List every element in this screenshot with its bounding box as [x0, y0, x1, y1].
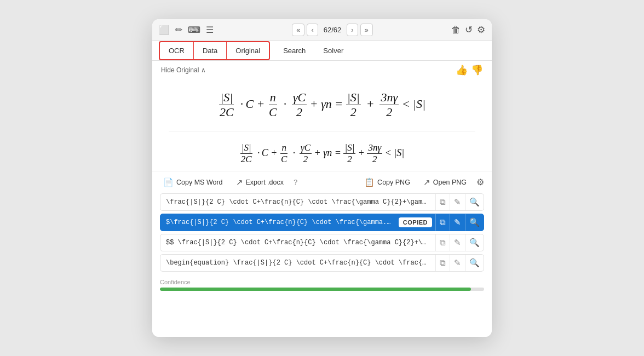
- latex-copy-button-4[interactable]: ⧉: [435, 255, 450, 271]
- tab-ocr[interactable]: OCR: [160, 42, 194, 59]
- nav-group: « ‹ 62/62 › »: [292, 24, 373, 36]
- latex-actions-3: ⧉ ✎ 🔍: [435, 234, 484, 251]
- copied-badge: COPIED: [399, 217, 432, 227]
- menu-icon[interactable]: ☰: [206, 26, 214, 35]
- latex-actions-4: ⧉ ✎ 🔍: [435, 255, 484, 271]
- next-button[interactable]: ›: [347, 24, 358, 36]
- main-window: ⬜ ✏ ⌨ ☰ « ‹ 62/62 › » 🗑 ↺ ⚙ OCR Data Ori…: [152, 19, 492, 337]
- refresh-icon[interactable]: ↺: [465, 25, 473, 35]
- copy-png-label: Copy PNG: [377, 179, 410, 186]
- chevron-up-icon: ∧: [201, 66, 206, 74]
- latex-text-active: $\frac{|S|}{2 C} \cdot C+\frac{n}{C} \cd…: [160, 214, 399, 231]
- open-png-icon: ↗: [423, 177, 430, 187]
- settings-icon[interactable]: ⚙: [477, 25, 485, 35]
- latex-row: \frac{|S|}{2 C} \cdot C+\frac{n}{C} \cdo…: [160, 193, 484, 211]
- hide-original-button[interactable]: Hide Original ∧: [161, 66, 206, 74]
- latex-text-4: \begin{equation} \frac{|S|}{2 C} \cdot C…: [160, 255, 435, 271]
- latex-edit-button-3[interactable]: ✎: [450, 234, 465, 251]
- open-png-label: Open PNG: [433, 179, 467, 186]
- copy-ms-word-icon: 📄: [163, 177, 174, 187]
- tab-original[interactable]: Original: [227, 42, 269, 59]
- export-docx-button[interactable]: ↗ Export .docx: [233, 176, 287, 189]
- confidence-fill: [160, 288, 471, 291]
- thumbdown-icon[interactable]: 👎: [471, 64, 483, 76]
- copy-png-button[interactable]: 📋 Copy PNG: [361, 176, 413, 189]
- tab-solver[interactable]: Solver: [314, 42, 352, 59]
- tab-data[interactable]: Data: [194, 42, 227, 59]
- filter-icon[interactable]: ⚙: [476, 178, 484, 187]
- copy-ms-word-label: Copy MS Word: [176, 179, 223, 186]
- toolbar-left-icons: ⬜ ✏ ⌨ ☰: [159, 26, 214, 35]
- latex-edit-button[interactable]: ✎: [450, 194, 465, 210]
- toolbar: ⬜ ✏ ⌨ ☰ « ‹ 62/62 › » 🗑 ↺ ⚙: [152, 19, 492, 41]
- content-area: Hide Original ∧ 👍 👎 |S| 2C · C +: [152, 61, 492, 337]
- latex-row-active: $\frac{|S|}{2 C} \cdot C+\frac{n}{C} \cd…: [160, 214, 484, 231]
- tab-search[interactable]: Search: [274, 42, 314, 59]
- next-next-button[interactable]: »: [360, 24, 373, 36]
- toolbar-right-icons: 🗑 ↺ ⚙: [451, 25, 485, 35]
- help-icon[interactable]: ?: [294, 178, 297, 186]
- hide-original-bar: Hide Original ∧ 👍 👎: [152, 61, 492, 79]
- tabs-bar: OCR Data Original Search Solver: [152, 41, 492, 61]
- latex-row-3: $$ \frac{|S|}{2 C} \cdot C+\frac{n}{C} \…: [160, 234, 484, 251]
- latex-actions-active: ⧉ ✎ 🔍: [435, 214, 484, 231]
- latex-copy-button-3[interactable]: ⧉: [435, 234, 450, 251]
- latex-row-4: \begin{equation} \frac{|S|}{2 C} \cdot C…: [160, 254, 484, 272]
- latex-edit-button-active[interactable]: ✎: [450, 214, 465, 231]
- feedback-icons: 👍 👎: [456, 64, 483, 76]
- latex-search-button-3[interactable]: 🔍: [465, 234, 484, 251]
- latex-text: \frac{|S|}{2 C} \cdot C+\frac{n}{C} \cdo…: [160, 194, 435, 210]
- keyboard-icon[interactable]: ⌨: [188, 26, 200, 35]
- latex-search-button[interactable]: 🔍: [465, 194, 484, 210]
- page-indicator: 62/62: [320, 26, 345, 34]
- confidence-track: [160, 288, 484, 291]
- latex-text-3: $$ \frac{|S|}{2 C} \cdot C+\frac{n}{C} \…: [160, 234, 435, 251]
- monitor-icon[interactable]: ⬜: [159, 26, 170, 35]
- export-docx-label: Export .docx: [246, 179, 284, 186]
- trash-icon[interactable]: 🗑: [451, 25, 461, 35]
- open-png-button[interactable]: ↗ Open PNG: [420, 176, 470, 189]
- prev-button[interactable]: ‹: [307, 24, 318, 36]
- action-bar: 📄 Copy MS Word ↗ Export .docx ? 📋 Copy P…: [152, 171, 492, 193]
- copy-ms-word-button[interactable]: 📄 Copy MS Word: [160, 176, 226, 189]
- formula-ocr-text: |S| 2C · C + n C · γC 2 +: [240, 142, 405, 165]
- latex-actions: ⧉ ✎ 🔍: [435, 194, 484, 210]
- tab-group-outlined: OCR Data Original: [159, 41, 270, 60]
- math-display: |S| 2C · C + n C · γC 2 +: [152, 79, 492, 171]
- formula-original-text: |S| 2C · C + n C · γC 2 +: [219, 90, 426, 120]
- formula-original: |S| 2C · C + n C · γC 2 +: [169, 90, 475, 120]
- prev-prev-button[interactable]: «: [292, 24, 304, 36]
- latex-edit-button-4[interactable]: ✎: [450, 255, 465, 271]
- hide-original-label-text: Hide Original: [161, 66, 199, 74]
- latex-search-button-active[interactable]: 🔍: [465, 214, 484, 231]
- confidence-label: Confidence: [160, 279, 484, 285]
- thumbup-icon[interactable]: 👍: [456, 64, 468, 76]
- copy-png-icon: 📋: [364, 177, 375, 187]
- latex-list: \frac{|S|}{2 C} \cdot C+\frac{n}{C} \cdo…: [152, 193, 492, 274]
- export-docx-icon: ↗: [236, 177, 243, 187]
- latex-copy-button[interactable]: ⧉: [435, 194, 450, 210]
- latex-search-button-4[interactable]: 🔍: [465, 255, 484, 271]
- latex-copy-button-active[interactable]: ⧉: [435, 214, 450, 231]
- pencil-icon[interactable]: ✏: [175, 26, 182, 35]
- confidence-area: Confidence: [152, 274, 492, 296]
- formula-ocr: |S| 2C · C + n C · γC 2 +: [169, 142, 475, 165]
